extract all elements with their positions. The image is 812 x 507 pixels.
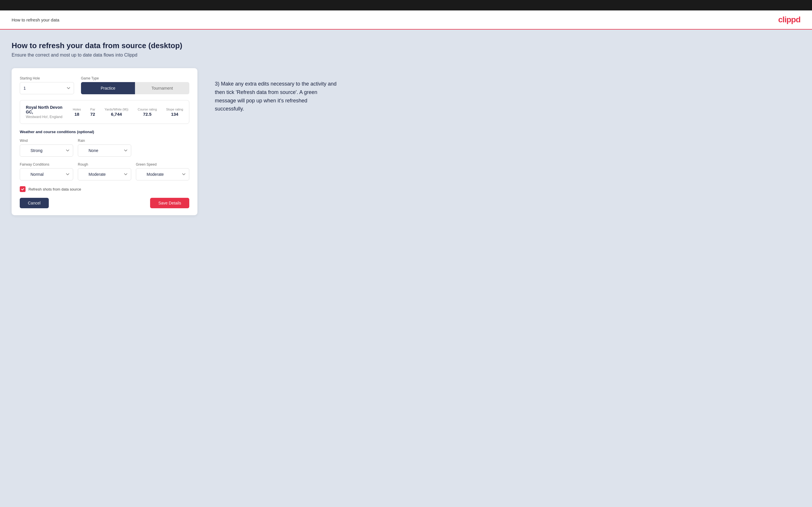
green-speed-select-wrapper: 🎯 Moderate Slow Fast — [136, 168, 189, 180]
green-speed-select[interactable]: Moderate Slow Fast — [136, 168, 189, 180]
refresh-checkbox-row[interactable]: Refresh shots from data source — [20, 186, 189, 192]
refresh-checkbox-label: Refresh shots from data source — [29, 187, 81, 191]
top-bar — [0, 0, 812, 10]
course-name: Royal North Devon GC, — [26, 105, 63, 114]
game-type-label: Game Type — [81, 76, 189, 80]
rough-label: Rough — [78, 162, 131, 167]
weather-section-title: Weather and course conditions (optional) — [20, 130, 189, 134]
save-button[interactable]: Save Details — [150, 198, 189, 208]
footer: Copyright Clippd 2022 — [0, 505, 812, 507]
game-type-toggle: Practice Tournament — [81, 82, 189, 94]
fairway-select-wrapper: 🏌 Normal Firm Soft — [20, 168, 73, 180]
green-speed-group: Green Speed 🎯 Moderate Slow Fast — [136, 162, 189, 180]
slope-rating-stat: Slope rating 134 — [166, 108, 183, 117]
starting-hole-label: Starting Hole — [20, 76, 74, 80]
course-rating-stat: Course rating 72.5 — [138, 108, 157, 117]
course-location: Westward Ho!, England — [26, 115, 63, 119]
rain-select[interactable]: None Light Heavy — [78, 145, 131, 157]
rough-select-wrapper: 🌿 Moderate Light Heavy — [78, 168, 131, 180]
wind-rain-row: Wind 💨 Strong Light Moderate None Rain — [20, 138, 189, 157]
logo: clippd — [778, 15, 800, 24]
content-row: Starting Hole 1 10 Game Type Practice To… — [12, 68, 800, 215]
cancel-button[interactable]: Cancel — [20, 198, 49, 208]
holes-value: 18 — [73, 112, 81, 117]
holes-label: Holes — [73, 108, 81, 111]
wind-select[interactable]: Strong Light Moderate None — [20, 145, 73, 157]
course-rating-value: 72.5 — [138, 112, 157, 117]
slope-rating-value: 134 — [166, 112, 183, 117]
holes-stat: Holes 18 — [73, 108, 81, 117]
fairway-group: Fairway Conditions 🏌 Normal Firm Soft — [20, 162, 73, 180]
green-speed-label: Green Speed — [136, 162, 189, 167]
par-value: 72 — [90, 112, 95, 117]
course-stats: Holes 18 Par 72 Yards/White (M)) 6,744 — [73, 108, 183, 117]
yards-stat: Yards/White (M)) 6,744 — [104, 108, 128, 117]
top-form-row: Starting Hole 1 10 Game Type Practice To… — [20, 76, 189, 94]
page-subtitle: Ensure the correct and most up to date d… — [12, 53, 800, 58]
fairway-select[interactable]: Normal Firm Soft — [20, 168, 73, 180]
slope-rating-label: Slope rating — [166, 108, 183, 111]
yards-label: Yards/White (M)) — [104, 108, 128, 111]
starting-hole-group: Starting Hole 1 10 — [20, 76, 74, 94]
course-info: Royal North Devon GC, Westward Ho!, Engl… — [26, 105, 63, 119]
fairway-label: Fairway Conditions — [20, 162, 73, 167]
yards-value: 6,744 — [104, 112, 128, 117]
course-card: Royal North Devon GC, Westward Ho!, Engl… — [20, 100, 189, 124]
button-row: Cancel Save Details — [20, 198, 189, 208]
rough-group: Rough 🌿 Moderate Light Heavy — [78, 162, 131, 180]
rain-group: Rain 🌤 None Light Heavy — [78, 138, 131, 157]
tournament-button[interactable]: Tournament — [135, 82, 189, 94]
refresh-checkbox[interactable] — [20, 186, 26, 192]
main-content: How to refresh your data from source (de… — [0, 30, 812, 505]
starting-hole-select[interactable]: 1 10 — [20, 82, 74, 94]
game-type-group: Game Type Practice Tournament — [81, 76, 189, 94]
course-row: Royal North Devon GC, Westward Ho!, Engl… — [26, 105, 183, 119]
side-description: 3) Make any extra edits necessary to the… — [215, 80, 337, 113]
rain-label: Rain — [78, 138, 131, 143]
header: How to refresh your data clippd — [0, 10, 812, 30]
rough-select[interactable]: Moderate Light Heavy — [78, 168, 131, 180]
par-stat: Par 72 — [90, 108, 95, 117]
form-panel: Starting Hole 1 10 Game Type Practice To… — [12, 68, 197, 215]
practice-button[interactable]: Practice — [81, 82, 135, 94]
wind-select-wrapper: 💨 Strong Light Moderate None — [20, 145, 73, 157]
side-text: 3) Make any extra edits necessary to the… — [215, 68, 800, 113]
conditions-row: Fairway Conditions 🏌 Normal Firm Soft Ro… — [20, 162, 189, 180]
par-label: Par — [90, 108, 95, 111]
rain-select-wrapper: 🌤 None Light Heavy — [78, 145, 131, 157]
wind-label: Wind — [20, 138, 73, 143]
course-rating-label: Course rating — [138, 108, 157, 111]
wind-group: Wind 💨 Strong Light Moderate None — [20, 138, 73, 157]
page-title: How to refresh your data from source (de… — [12, 41, 800, 50]
breadcrumb: How to refresh your data — [12, 17, 59, 22]
